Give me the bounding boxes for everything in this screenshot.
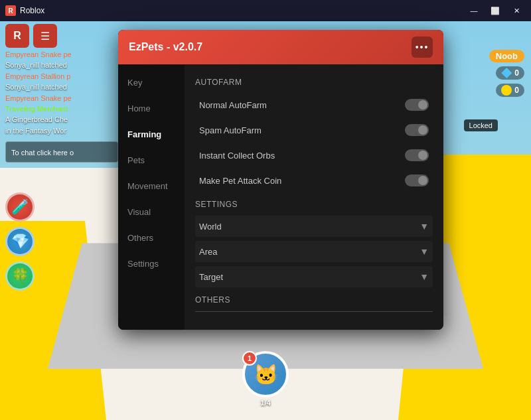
pet-emoji: 🐱 bbox=[254, 363, 278, 386]
gem-icon bbox=[501, 68, 512, 78]
others-divider bbox=[195, 311, 433, 312]
target-dropdown[interactable]: Target ▼ bbox=[195, 266, 433, 287]
chat-line-6: Traveling Merchant bbox=[5, 104, 118, 114]
chat-line-3: Empyrean Stallion p bbox=[5, 72, 118, 82]
coin-resource: 0 bbox=[496, 84, 524, 97]
chat-line-4: Sonya_nill hatched bbox=[5, 82, 118, 92]
modal-sidebar: Key Home Farming Pets Movement Visual Ot… bbox=[118, 64, 185, 330]
nav-farming[interactable]: Farming bbox=[118, 121, 185, 147]
autofarm-section-title: AutoFarm bbox=[195, 78, 433, 87]
modal-title: EzPets - v2.0.7 bbox=[129, 41, 202, 53]
world-label: World bbox=[199, 222, 222, 232]
nav-home[interactable]: Home bbox=[118, 96, 185, 121]
area-dropdown[interactable]: Area ▼ bbox=[195, 241, 433, 262]
target-label: Target bbox=[199, 272, 223, 282]
instant-collect-label: Instant Collect Orbs bbox=[199, 151, 275, 161]
dots-icon: ••• bbox=[416, 42, 429, 52]
rank-badge: Noob bbox=[489, 50, 524, 62]
spam-autofarm-label: Spam AutoFarm bbox=[199, 125, 262, 135]
chat-panel: Empyrean Snake pe Sonya_nill hatched Emp… bbox=[5, 50, 118, 163]
spam-autofarm-toggle[interactable] bbox=[405, 124, 429, 136]
modal-main-content: AutoFarm Normal AutoFarm Spam AutoFarm I… bbox=[185, 64, 443, 330]
app-icon: R bbox=[5, 5, 16, 16]
chat-input-box[interactable]: To chat click here o bbox=[5, 141, 118, 163]
toggle-pet-attack: Make Pet Attack Coin bbox=[195, 169, 433, 192]
toggle-knob bbox=[418, 100, 427, 109]
settings-section-title: Settings bbox=[195, 200, 433, 209]
close-button[interactable]: ✕ bbox=[507, 4, 526, 17]
nav-visual[interactable]: Visual bbox=[118, 199, 185, 225]
locked-badge: Locked bbox=[464, 119, 498, 131]
gem-resource: 0 bbox=[496, 66, 524, 80]
minimize-button[interactable]: — bbox=[465, 4, 483, 17]
left-side-buttons: 🧪 💎 🍀 bbox=[5, 192, 35, 291]
target-dropdown-arrow: ▼ bbox=[419, 271, 429, 282]
world-dropdown-arrow: ▼ bbox=[419, 221, 429, 232]
chat-placeholder: To chat click here o bbox=[11, 149, 74, 157]
pet-attack-toggle[interactable] bbox=[405, 175, 429, 186]
ezpets-modal: EzPets - v2.0.7 ••• Key Home Farming Pet… bbox=[118, 30, 443, 330]
menu-taskbar-icon[interactable]: ☰ bbox=[33, 24, 57, 48]
coin-count: 0 bbox=[514, 86, 519, 95]
pet-avatar-container[interactable]: 1 🐱 1/4 bbox=[242, 351, 289, 407]
modal-header: EzPets - v2.0.7 ••• bbox=[118, 30, 443, 64]
settings-section: Settings World ▼ Area ▼ Target ▼ bbox=[195, 200, 433, 287]
others-section-title: Others bbox=[195, 295, 433, 305]
area-dropdown-arrow: ▼ bbox=[419, 246, 429, 257]
pet-notification-badge: 1 bbox=[242, 351, 257, 366]
toggle-normal-autofarm: Normal AutoFarm bbox=[195, 94, 433, 116]
chat-messages: Empyrean Snake pe Sonya_nill hatched Emp… bbox=[5, 50, 118, 136]
others-section: Others bbox=[195, 295, 433, 312]
red-action-button[interactable]: 🧪 bbox=[5, 192, 35, 222]
nav-pets[interactable]: Pets bbox=[118, 147, 185, 173]
taskbar: R ☰ bbox=[0, 21, 62, 50]
window-titlebar: R Roblox — ⬜ ✕ bbox=[0, 0, 531, 21]
pet-count-label: 1/4 bbox=[242, 399, 289, 407]
world-dropdown[interactable]: World ▼ bbox=[195, 216, 433, 237]
instant-collect-toggle[interactable] bbox=[405, 149, 429, 161]
toggle-spam-autofarm: Spam AutoFarm bbox=[195, 119, 433, 141]
chat-line-8: in the Fantasy Wor bbox=[5, 126, 118, 136]
chat-line-7: A Gingerbread Che bbox=[5, 115, 118, 125]
green-action-button[interactable]: 🍀 bbox=[5, 261, 35, 291]
toggle-knob-3 bbox=[418, 151, 427, 160]
window-controls: — ⬜ ✕ bbox=[465, 4, 526, 17]
pet-attack-label: Make Pet Attack Coin bbox=[199, 176, 281, 186]
pet-circle: 1 🐱 bbox=[242, 351, 289, 397]
toggle-knob-4 bbox=[418, 176, 427, 185]
area-label: Area bbox=[199, 247, 217, 257]
nav-others[interactable]: Others bbox=[118, 225, 185, 251]
toggle-knob-2 bbox=[418, 125, 427, 135]
gem-count: 0 bbox=[514, 68, 519, 78]
normal-autofarm-toggle[interactable] bbox=[405, 99, 429, 111]
blue-action-button[interactable]: 💎 bbox=[5, 227, 35, 256]
normal-autofarm-label: Normal AutoFarm bbox=[199, 100, 267, 110]
nav-key[interactable]: Key bbox=[118, 70, 185, 96]
modal-body: Key Home Farming Pets Movement Visual Ot… bbox=[118, 64, 443, 330]
window-title: Roblox bbox=[20, 6, 44, 15]
roblox-taskbar-icon[interactable]: R bbox=[5, 24, 29, 48]
maximize-button[interactable]: ⬜ bbox=[486, 4, 504, 17]
toggle-instant-collect: Instant Collect Orbs bbox=[195, 144, 433, 167]
right-ui: Noob 0 0 bbox=[489, 50, 524, 97]
chat-line-5: Empyrean Snake pe bbox=[5, 94, 118, 104]
nav-movement[interactable]: Movement bbox=[118, 173, 185, 199]
modal-menu-button[interactable]: ••• bbox=[412, 36, 433, 58]
chat-line-1: Empyrean Snake pe bbox=[5, 50, 118, 60]
chat-line-2: Sonya_nill hatched bbox=[5, 60, 118, 70]
coin-icon bbox=[501, 85, 512, 96]
nav-settings[interactable]: Settings bbox=[118, 251, 185, 277]
